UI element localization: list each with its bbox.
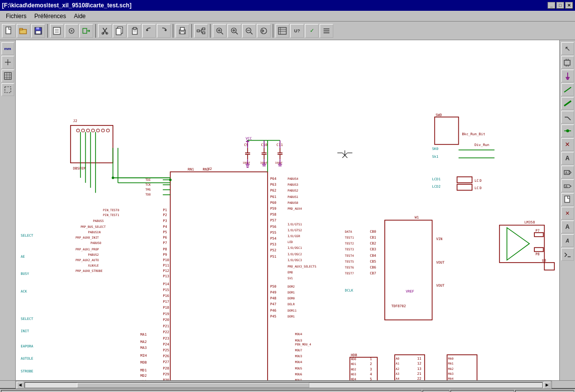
netlist-button[interactable] [275, 24, 289, 38]
svg-text:P61: P61 [270, 195, 276, 199]
page-settings-button[interactable] [50, 24, 64, 38]
cursor-tool-button[interactable]: ↖ [561, 42, 574, 55]
schematic-area[interactable]: J2 DBSFEM U2 XC95108PCB4 TDI TCK TM [16, 40, 559, 380]
svg-text:TEST6: TEST6 [345, 266, 354, 269]
horizontal-scrollbar[interactable]: ◀ ▶ [16, 381, 551, 389]
svg-text:DEM1: DEM1 [288, 291, 295, 294]
svg-text:P29: P29 [163, 372, 169, 376]
undo-button[interactable] [142, 24, 156, 38]
svg-text:Div_Run: Div_Run [475, 143, 489, 147]
svg-text:MOU3: MOU3 [295, 339, 302, 342]
hierarchy-button[interactable] [194, 24, 208, 38]
svg-text:P46: P46 [270, 308, 276, 313]
scripting-button[interactable] [561, 248, 574, 261]
svg-text:TEST3: TEST3 [345, 247, 354, 251]
bom-button[interactable] [320, 24, 333, 38]
svg-text:MIH: MIH [140, 353, 147, 358]
svg-rect-0 [6, 27, 11, 34]
svg-text:P64: P64 [270, 176, 276, 181]
svg-text:VCC: VCC [246, 136, 252, 141]
add-image-button[interactable]: A [561, 234, 574, 247]
paste-button[interactable] [127, 24, 141, 38]
eeschema-button[interactable] [79, 24, 93, 38]
schematic-setup-button[interactable] [65, 24, 78, 38]
menu-bar: Fichiers Préférences Aide [0, 11, 575, 22]
add-junction-button[interactable] [561, 124, 574, 137]
maximize-button[interactable]: □ [556, 2, 564, 9]
mm-inch-button[interactable]: mm [1, 42, 14, 55]
svg-text:MOU4: MOU4 [295, 332, 302, 336]
svg-text:5: 5 [370, 377, 372, 380]
svg-text:P62: P62 [270, 188, 276, 193]
close-button[interactable]: ✕ [565, 2, 573, 9]
add-net-label-button[interactable]: A [561, 152, 574, 165]
svg-text:LC: LC [475, 186, 479, 190]
svg-text:XLNXLE: XLNXLE [88, 264, 99, 267]
zoom-in-button[interactable] [227, 24, 241, 38]
add-global-label-button[interactable]: A [561, 166, 574, 178]
menu-fichiers[interactable]: Fichiers [2, 12, 30, 21]
redo-button[interactable] [157, 24, 171, 38]
add-bus-entry-button[interactable] [561, 111, 574, 123]
add-text-button[interactable]: A [561, 220, 574, 233]
horizontal-scroll-track[interactable] [25, 382, 543, 388]
zoom-redraw-button[interactable] [257, 24, 271, 38]
svg-line-351 [564, 87, 571, 92]
print-button[interactable] [175, 24, 189, 38]
svg-text:I/O/OSC3: I/O/OSC3 [288, 258, 302, 262]
toolbar-sep-2 [95, 24, 96, 38]
svg-text:P1: P1 [163, 208, 167, 212]
add-power-button[interactable] [561, 70, 574, 82]
svg-text:Sk1: Sk1 [432, 154, 439, 159]
cut-button[interactable] [98, 24, 112, 38]
scroll-right-button[interactable]: ▶ [544, 382, 550, 389]
zoom-out-button[interactable] [242, 24, 256, 38]
draw-wire-button[interactable] [561, 83, 574, 96]
scroll-left-button[interactable]: ◀ [17, 382, 24, 389]
annotate-button[interactable]: U? [290, 24, 304, 38]
svg-rect-84 [170, 172, 267, 380]
save-button[interactable] [31, 24, 45, 38]
svg-text:P11: P11 [163, 263, 169, 268]
svg-text:SV1: SV1 [288, 276, 293, 280]
no-connect-button[interactable]: × [561, 138, 574, 151]
svg-text:BUSY: BUSY [21, 271, 29, 276]
svg-text:LED: LED [288, 240, 293, 244]
svg-text:PABUS5: PABUS5 [93, 219, 104, 222]
erc-button[interactable]: ✓ [305, 24, 319, 38]
svg-text:21: 21 [417, 371, 422, 376]
copy-button[interactable] [113, 24, 126, 38]
grid-button[interactable] [1, 70, 14, 82]
cross-cursor-button[interactable] [1, 56, 14, 69]
svg-text:CB2: CB2 [370, 241, 376, 245]
svg-text:HD2: HD2 [351, 368, 356, 371]
status-coords: X 9,500 Y 1,900 [450, 390, 514, 392]
horizontal-scroll-thumb[interactable] [77, 383, 310, 388]
zoom-area-button[interactable] [1, 83, 14, 96]
menu-aide[interactable]: Aide [70, 12, 90, 21]
svg-text:I/O/GTS1: I/O/GTS1 [288, 222, 302, 226]
svg-text:MA1: MA1 [448, 362, 453, 365]
svg-text:P8: P8 [163, 247, 167, 251]
svg-text:MA2: MA2 [140, 340, 147, 344]
status-bar: Chargement F:\kicad\demos\test_xil_95108… [0, 388, 575, 392]
delete-button[interactable]: × [561, 207, 574, 220]
add-sheet-button[interactable] [561, 193, 574, 206]
add-component-button[interactable] [561, 56, 574, 69]
minimize-button[interactable]: _ [548, 2, 555, 9]
add-hier-label-button[interactable]: A [561, 179, 574, 192]
draw-bus-button[interactable] [561, 97, 574, 110]
svg-text:W1: W1 [415, 215, 419, 220]
svg-text:MA3: MA3 [140, 345, 147, 350]
svg-text:MOU4: MOU4 [295, 360, 302, 364]
zoom-fit-button[interactable] [213, 24, 226, 38]
menu-preferences[interactable]: Préférences [30, 12, 70, 21]
new-button[interactable] [2, 24, 16, 38]
svg-text:SWD: SWD [436, 113, 442, 117]
svg-text:DBSFEM: DBSFEM [73, 166, 86, 171]
svg-text:CB6: CB6 [370, 265, 376, 270]
svg-text:P21: P21 [163, 324, 169, 328]
svg-rect-64 [5, 87, 11, 93]
open-button[interactable] [17, 24, 30, 38]
svg-text:PRP_AUX0_STROBE: PRP_AUX0_STROBE [75, 269, 102, 273]
